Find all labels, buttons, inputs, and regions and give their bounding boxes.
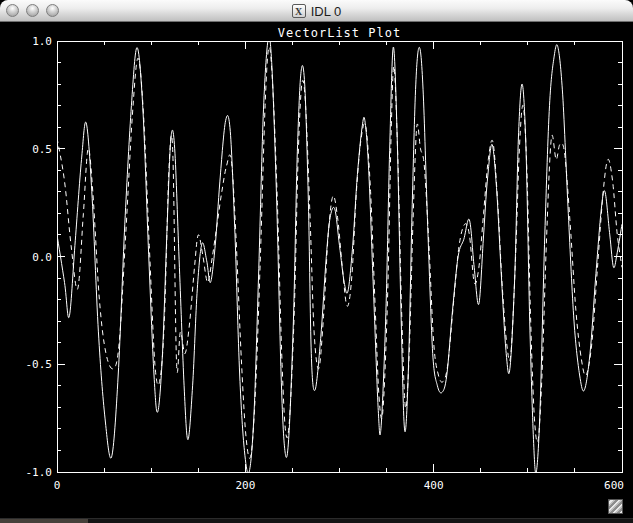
svg-text:1.0: 1.0 bbox=[32, 35, 52, 48]
idl-plot-window: X IDL 0 0200400600-1.0-0.50.00.51.0Vecto… bbox=[0, 0, 633, 523]
svg-text:-1.0: -1.0 bbox=[26, 466, 53, 479]
minimize-button[interactable] bbox=[26, 4, 39, 17]
svg-text:VectorList Plot: VectorList Plot bbox=[278, 26, 401, 40]
svg-text:0: 0 bbox=[54, 479, 61, 492]
svg-text:400: 400 bbox=[424, 479, 444, 492]
window-controls bbox=[6, 4, 59, 17]
bottom-window-edge bbox=[0, 518, 633, 523]
zoom-button[interactable] bbox=[46, 4, 59, 17]
svg-text:0.5: 0.5 bbox=[32, 143, 52, 156]
window-title-group: X IDL 0 bbox=[0, 0, 633, 22]
window-titlebar: X IDL 0 bbox=[0, 0, 633, 22]
resize-grip-icon[interactable] bbox=[608, 499, 623, 514]
svg-text:600: 600 bbox=[604, 479, 624, 492]
svg-text:-0.5: -0.5 bbox=[26, 358, 53, 371]
svg-text:0.0: 0.0 bbox=[32, 251, 52, 264]
window-title: IDL 0 bbox=[311, 4, 342, 19]
plot-content-area: 0200400600-1.0-0.50.00.51.0VectorList Pl… bbox=[0, 22, 633, 523]
plot-svg: 0200400600-1.0-0.50.00.51.0VectorList Pl… bbox=[0, 22, 633, 523]
svg-text:200: 200 bbox=[235, 479, 255, 492]
close-button[interactable] bbox=[6, 4, 19, 17]
x11-app-icon: X bbox=[292, 4, 306, 18]
